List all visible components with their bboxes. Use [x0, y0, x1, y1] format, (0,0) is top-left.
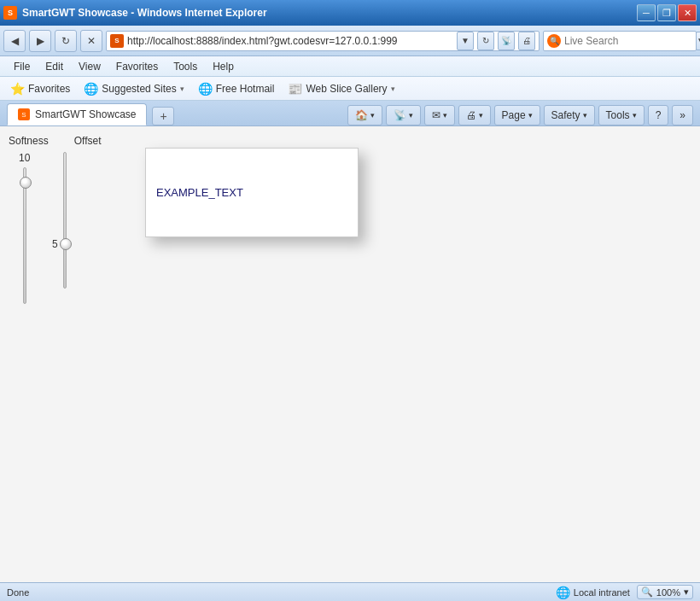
menu-favorites[interactable]: Favorites	[109, 59, 165, 74]
tools-button[interactable]: Tools ▾	[598, 105, 645, 125]
softness-slider: 10	[19, 152, 30, 323]
feeds-button[interactable]: 📡 ▾	[386, 105, 421, 125]
softness-value: 10	[19, 152, 30, 164]
web-slice-gallery-label: Web Slice Gallery	[306, 83, 387, 95]
favorites-label: Favorites	[28, 83, 70, 95]
main-content: Softness Offset 10 5 EXAMPLE_TEXT	[0, 126, 700, 582]
restore-button[interactable]: ❐	[657, 4, 676, 21]
window-title: SmartGWT Showcase - Windows Internet Exp…	[22, 7, 267, 19]
shadow-box: EXAMPLE_TEXT	[145, 148, 359, 237]
title-bar-controls: ─ ❐ ✕	[637, 4, 697, 21]
menu-tools[interactable]: Tools	[166, 59, 204, 74]
softness-thumb[interactable]	[20, 177, 32, 189]
gallery-icon: 📰	[288, 82, 302, 96]
address-refresh-button[interactable]: ↻	[477, 32, 494, 50]
active-tab-label: SmartGWT Showcase	[35, 108, 136, 120]
new-tab-button[interactable]: +	[152, 107, 174, 125]
help-button[interactable]: ?	[648, 105, 669, 125]
address-go-button[interactable]: ▼	[457, 32, 474, 50]
hotmail-icon: 🌐	[198, 82, 213, 96]
offset-track[interactable]: 5	[63, 152, 67, 289]
search-input[interactable]	[564, 35, 692, 47]
title-bar-left: S SmartGWT Showcase - Windows Internet E…	[3, 6, 267, 20]
labels: Softness Offset	[9, 135, 102, 147]
menu-help[interactable]: Help	[206, 59, 241, 74]
ie-icon: 🌐	[84, 82, 98, 96]
refresh-button[interactable]: ↻	[55, 30, 77, 52]
safety-button[interactable]: Safety ▾	[544, 105, 595, 125]
favorites-button[interactable]: ⭐ Favorites	[7, 80, 73, 97]
menu-file[interactable]: File	[7, 59, 37, 74]
address-icon: S	[110, 34, 124, 48]
search-bar: 🔍 ▼	[543, 31, 697, 51]
search-submit-button[interactable]: ▼	[696, 32, 700, 50]
menu-view[interactable]: View	[72, 59, 108, 74]
active-tab[interactable]: S SmartGWT Showcase	[7, 103, 147, 125]
title-bar-icon: S	[3, 6, 17, 20]
back-button[interactable]: ◀	[3, 30, 26, 52]
suggested-sites-link[interactable]: 🌐 Suggested Sites ▾	[80, 80, 187, 97]
star-icon: ⭐	[10, 82, 25, 96]
suggested-arrow: ▾	[180, 85, 184, 93]
stop-button[interactable]: ✕	[80, 30, 102, 52]
offset-slider: 5	[63, 152, 67, 323]
suggested-sites-label: Suggested Sites	[102, 83, 176, 95]
minimize-button[interactable]: ─	[637, 4, 656, 21]
softness-label: Softness	[9, 135, 49, 147]
rss-button[interactable]: 📡	[498, 32, 515, 50]
home-button[interactable]: 🏠 ▾	[347, 105, 382, 125]
gallery-arrow: ▾	[391, 85, 395, 93]
example-text: EXAMPLE_TEXT	[156, 186, 243, 199]
offset-value: 5	[52, 238, 58, 250]
page-button[interactable]: Page ▾	[494, 105, 540, 125]
tab-toolbar: 🏠 ▾ 📡 ▾ ✉ ▾ 🖨 ▾ Page ▾ Safety ▾ Tools ▾ …	[347, 105, 693, 125]
expand-button[interactable]: »	[672, 105, 693, 125]
close-button[interactable]: ✕	[678, 4, 697, 21]
nav-bar: ◀ ▶ ↻ ✕ S ▼ ↻ 📡 🖨 🔍 ▼	[0, 26, 700, 56]
tab-favicon: S	[18, 108, 30, 120]
web-slice-gallery-link[interactable]: 📰 Web Slice Gallery ▾	[284, 80, 398, 97]
address-bar: S ▼ ↻ 📡 🖨	[106, 31, 540, 51]
address-input[interactable]	[127, 35, 453, 47]
softness-track[interactable]	[23, 167, 26, 304]
menu-bar: File Edit View Favorites Tools Help	[0, 56, 700, 77]
forward-button[interactable]: ▶	[29, 30, 51, 52]
free-hotmail-label: Free Hotmail	[216, 83, 275, 95]
title-bar: S SmartGWT Showcase - Windows Internet E…	[0, 0, 700, 26]
favorites-bar: ⭐ Favorites 🌐 Suggested Sites ▾ 🌐 Free H…	[0, 77, 700, 101]
tab-bar: S SmartGWT Showcase + 🏠 ▾ 📡 ▾ ✉ ▾ 🖨 ▾ Pa…	[0, 101, 700, 126]
offset-label: Offset	[74, 135, 102, 147]
search-icon: 🔍	[547, 34, 561, 48]
offset-thumb[interactable]	[60, 238, 72, 250]
print-button[interactable]: 🖨 ▾	[458, 105, 491, 125]
print-button[interactable]: 🖨	[518, 32, 535, 50]
read-mail-button[interactable]: ✉ ▾	[424, 105, 455, 125]
free-hotmail-link[interactable]: 🌐 Free Hotmail	[195, 80, 278, 97]
menu-edit[interactable]: Edit	[38, 59, 70, 74]
